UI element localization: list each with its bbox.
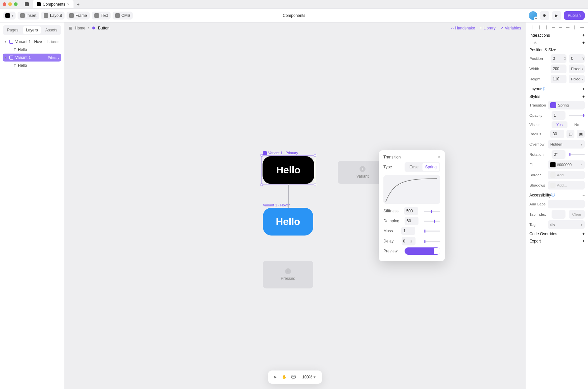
primary-variant[interactable]: Hello: [263, 156, 314, 184]
width-input[interactable]: [553, 66, 563, 71]
stiffness-input[interactable]: [404, 207, 418, 215]
preview-toggle[interactable]: [405, 247, 440, 255]
add-export-button[interactable]: +: [582, 239, 585, 243]
panel-tabs[interactable]: Pages Layers Assets: [3, 25, 61, 35]
align-left-icon[interactable]: [529, 25, 535, 30]
tab-label: Components: [43, 2, 65, 7]
frame-button[interactable]: Frame: [67, 12, 90, 20]
ease-option[interactable]: Ease: [406, 163, 422, 171]
canvas-toolbar: ➤ ✋ 💬 100%▾: [268, 370, 322, 384]
opacity-slider[interactable]: [569, 115, 585, 116]
radius-all-icon[interactable]: ▢: [566, 130, 574, 138]
zoom-select[interactable]: 100%▾: [300, 373, 318, 381]
tag-select[interactable]: div▾: [548, 220, 585, 229]
pos-y-input[interactable]: [571, 56, 581, 61]
add-tab-button[interactable]: +: [74, 2, 83, 7]
tab-assets[interactable]: Assets: [42, 26, 60, 34]
mass-slider[interactable]: [424, 231, 440, 232]
main-menu-button[interactable]: ▾: [3, 12, 16, 20]
crumb-home[interactable]: Home: [75, 26, 85, 30]
layer-variant-primary[interactable]: ▾Variant 1Primary: [3, 54, 61, 62]
pos-x-input[interactable]: [553, 56, 563, 61]
transition-field[interactable]: Spring: [548, 101, 585, 109]
collapse-icon[interactable]: −: [582, 193, 585, 197]
visible-toggle[interactable]: YesNo: [552, 121, 585, 128]
delay-slider[interactable]: [424, 241, 440, 242]
add-interaction-button[interactable]: +: [582, 33, 585, 38]
align-v-center-icon[interactable]: [558, 25, 563, 30]
tab-components[interactable]: Components ×: [33, 0, 74, 8]
variables-link[interactable]: ↗Variables: [500, 26, 521, 30]
handshake-link[interactable]: ‹›Handshake: [451, 26, 475, 30]
type-segmented[interactable]: Ease Spring: [405, 162, 440, 172]
stiffness-slider[interactable]: [424, 211, 440, 212]
add-code-override-button[interactable]: +: [582, 232, 585, 236]
gear-icon: ⚙: [543, 13, 546, 18]
border-swatch-icon: [550, 172, 556, 178]
tab-pages[interactable]: Pages: [4, 26, 22, 34]
settings-button[interactable]: ⚙: [540, 11, 549, 20]
info-icon[interactable]: ⓘ: [541, 86, 545, 92]
spring-option[interactable]: Spring: [422, 163, 439, 171]
traffic-lights[interactable]: [3, 2, 18, 6]
aria-label-input[interactable]: [550, 202, 560, 206]
add-style-button[interactable]: +: [582, 94, 585, 99]
layer-text-hello[interactable]: THello: [3, 46, 61, 54]
crumb-current: Button: [98, 26, 110, 30]
layer-variant-hover[interactable]: ▾Variant 1 · HoverInstance: [3, 38, 61, 46]
height-mode-select[interactable]: Fixed▾: [569, 75, 585, 83]
cms-button[interactable]: CMS: [113, 12, 133, 20]
library-link[interactable]: +Library: [480, 26, 496, 30]
fill-field[interactable]: #000000×: [548, 160, 585, 169]
text-button[interactable]: Text: [92, 12, 111, 20]
publish-button[interactable]: Publish: [564, 11, 585, 20]
select-tool[interactable]: ➤: [272, 374, 278, 380]
add-pressed-placeholder[interactable]: + Pressed: [263, 261, 313, 288]
hand-tool[interactable]: ✋: [281, 374, 287, 380]
popup-title: Transition: [383, 155, 401, 159]
rotation-input[interactable]: [554, 152, 564, 157]
shadows-field[interactable]: Add...: [548, 181, 585, 190]
distribute-h-icon[interactable]: [572, 25, 577, 30]
overflow-select[interactable]: Hidden▾: [548, 140, 585, 149]
insert-button[interactable]: Insert: [18, 12, 39, 20]
align-h-center-icon[interactable]: [537, 25, 542, 30]
damping-slider[interactable]: [424, 221, 440, 222]
layout-button[interactable]: Layout: [41, 12, 65, 20]
close-tab-icon[interactable]: ×: [67, 2, 70, 7]
close-window-icon[interactable]: [3, 2, 6, 6]
preview-button[interactable]: ▶: [552, 11, 561, 20]
rotation-slider[interactable]: [569, 154, 585, 155]
damping-input[interactable]: [405, 217, 418, 225]
hover-variant[interactable]: Hello: [263, 208, 313, 236]
radius-corners-icon[interactable]: ▣: [577, 130, 585, 138]
align-top-icon[interactable]: [551, 25, 556, 30]
project-tab[interactable]: [21, 0, 33, 8]
align-bottom-icon[interactable]: [565, 25, 570, 30]
close-icon[interactable]: ×: [438, 155, 440, 159]
zoom-window-icon[interactable]: [14, 2, 18, 6]
delay-input[interactable]: [403, 239, 409, 243]
width-mode-select[interactable]: Fixed▾: [569, 65, 585, 73]
comment-tool[interactable]: 💬: [291, 374, 297, 380]
text-icon: T: [14, 48, 16, 52]
border-field[interactable]: Add...: [548, 171, 585, 179]
add-layout-button[interactable]: +: [582, 87, 585, 91]
add-link-button[interactable]: +: [582, 40, 585, 45]
clear-tabindex-button[interactable]: Clear: [569, 210, 585, 219]
info-icon[interactable]: ⓘ: [551, 192, 555, 198]
height-input[interactable]: [553, 77, 563, 81]
avatar[interactable]: [529, 11, 537, 20]
alignment-row[interactable]: [529, 25, 585, 30]
radius-input[interactable]: [553, 132, 563, 136]
tab-index-input[interactable]: [554, 212, 564, 217]
minimize-window-icon[interactable]: [8, 2, 12, 6]
layer-text-hello-2[interactable]: THello: [3, 62, 61, 69]
mass-input[interactable]: [401, 227, 415, 235]
chevron-right-icon: ›: [88, 26, 89, 30]
chevron-down-icon: ▾: [5, 56, 7, 59]
opacity-input[interactable]: [554, 113, 564, 118]
distribute-v-icon[interactable]: [579, 25, 585, 30]
align-right-icon[interactable]: [544, 25, 549, 30]
tab-layers[interactable]: Layers: [23, 26, 41, 34]
